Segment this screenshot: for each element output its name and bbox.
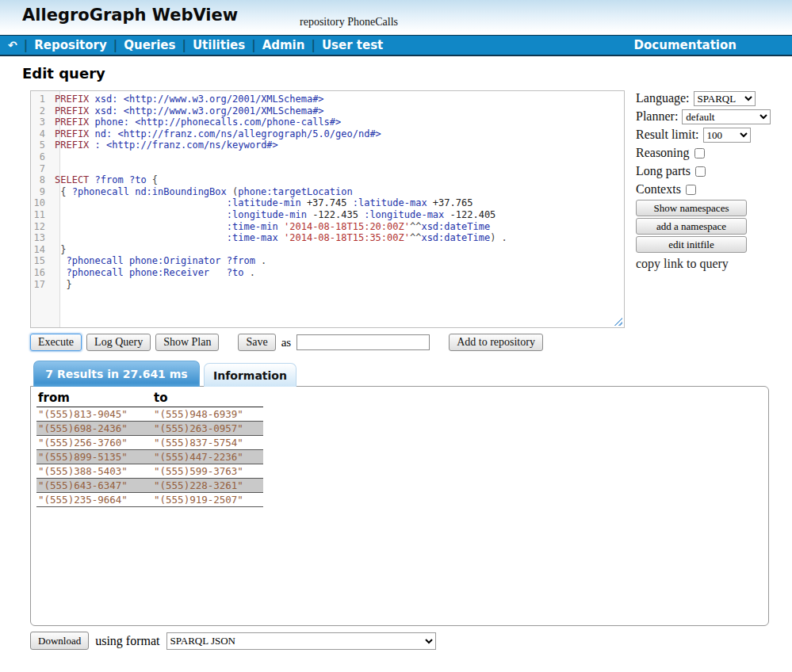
code-line: 12 :time-min '2014-08-18T15:20:00Z'^^xsd… bbox=[31, 221, 624, 233]
page-header: AllegroGraph WebView repository PhoneCal… bbox=[0, 0, 792, 35]
add-to-repository-button[interactable]: Add to repository bbox=[449, 334, 543, 351]
code-line: 15 ?phonecall phone:Originator ?from . bbox=[31, 255, 624, 267]
line-number: 16 bbox=[31, 267, 55, 279]
line-number: 12 bbox=[31, 221, 55, 233]
table-row: "(555)643-6347""(555)228-3261" bbox=[36, 479, 263, 493]
nav-separator: | bbox=[251, 38, 255, 52]
app-title: AllegroGraph WebView bbox=[22, 6, 238, 25]
reasoning-label: Reasoning bbox=[636, 146, 690, 160]
nav-separator: | bbox=[113, 38, 117, 52]
line-number: 17 bbox=[31, 279, 55, 291]
cell-from: "(555)643-6347" bbox=[36, 479, 152, 493]
tab-information[interactable]: Information bbox=[204, 363, 297, 387]
log-query-button[interactable]: Log Query bbox=[86, 334, 151, 351]
cell-to: "(555)948-6939" bbox=[152, 407, 263, 422]
cell-to: "(555)447-2236" bbox=[152, 450, 263, 464]
main-navbar: ↶ | Repository | Queries | Utilities | A… bbox=[0, 35, 792, 56]
code-line: 4PREFIX nd: <http://franz.com/ns/allegro… bbox=[31, 128, 624, 140]
show-plan-button[interactable]: Show Plan bbox=[155, 334, 219, 351]
line-number: 7 bbox=[31, 163, 55, 175]
format-label: using format bbox=[95, 634, 159, 648]
copy-link-to-query[interactable]: copy link to query bbox=[636, 257, 771, 271]
table-row: "(555)698-2436""(555)263-0957" bbox=[36, 422, 263, 436]
nav-separator: | bbox=[182, 38, 186, 52]
cell-from: "(555)698-2436" bbox=[36, 422, 152, 436]
repository-label: repository PhoneCalls bbox=[300, 16, 398, 29]
save-as-label: as bbox=[281, 336, 292, 349]
nav-item-user-test[interactable]: User test bbox=[322, 38, 383, 52]
code-line: 13 :time-max '2014-08-18T15:35:00Z'^^xsd… bbox=[31, 232, 624, 244]
nav-item-documentation[interactable]: Documentation bbox=[634, 38, 737, 52]
edit-initfile-button[interactable]: edit initfile bbox=[636, 236, 747, 253]
table-row: "(555)813-9045""(555)948-6939" bbox=[36, 407, 263, 422]
code-line: 6 bbox=[31, 151, 624, 163]
line-number: 5 bbox=[31, 139, 55, 151]
column-header-to: to bbox=[152, 390, 263, 407]
nav-separator: | bbox=[311, 38, 315, 52]
nav-item-admin[interactable]: Admin bbox=[262, 38, 305, 52]
planner-select[interactable]: default bbox=[682, 109, 771, 124]
code-line: 10 :latitude-min +37.745 :latitude-max +… bbox=[31, 197, 624, 209]
cell-to: "(555)599-3763" bbox=[152, 464, 263, 479]
save-button[interactable]: Save bbox=[238, 334, 275, 351]
result-limit-label: Result limit: bbox=[636, 128, 699, 142]
show-namespaces-button[interactable]: Show namespaces bbox=[636, 200, 747, 216]
query-options-sidebar: Language: SPARQL Planner: default Result… bbox=[636, 90, 771, 271]
table-row: "(555)388-5403""(555)599-3763" bbox=[36, 464, 263, 479]
cell-from: "(555)899-5135" bbox=[36, 450, 152, 464]
format-select[interactable]: SPARQL JSON bbox=[166, 632, 436, 650]
line-number: 10 bbox=[31, 197, 55, 209]
code-line: 1PREFIX xsd: <http://www.w3.org/2001/XML… bbox=[31, 94, 624, 105]
cell-to: "(555)919-2507" bbox=[152, 493, 263, 507]
code-line: 7 bbox=[31, 163, 624, 175]
code-line: 11 :longitude-min -122.435 :longitude-ma… bbox=[31, 209, 624, 221]
code-line: 5PREFIX : <http://franz.com/ns/keyword#> bbox=[31, 139, 624, 151]
line-number: 11 bbox=[31, 209, 55, 221]
long-parts-checkbox[interactable] bbox=[695, 166, 706, 177]
language-select[interactable]: SPARQL bbox=[694, 91, 756, 106]
line-number: 9 bbox=[31, 186, 55, 198]
line-number: 2 bbox=[31, 105, 55, 117]
tab-results[interactable]: 7 Results in 27.641 ms bbox=[33, 361, 200, 387]
result-limit-select[interactable]: 100 bbox=[703, 128, 751, 143]
contexts-label: Contexts bbox=[636, 182, 681, 197]
cell-from: "(555)256-3760" bbox=[36, 436, 152, 450]
nav-item-repository[interactable]: Repository bbox=[34, 38, 107, 52]
query-editor[interactable]: 1PREFIX xsd: <http://www.w3.org/2001/XML… bbox=[30, 90, 625, 328]
results-tabs: 7 Results in 27.641 ms Information bbox=[33, 361, 297, 387]
line-number: 6 bbox=[31, 151, 55, 163]
page-title: Edit query bbox=[22, 65, 105, 82]
cell-to: "(555)228-3261" bbox=[152, 479, 263, 493]
cell-from: "(555)388-5403" bbox=[36, 464, 152, 479]
table-row: "(555)256-3760""(555)837-5754" bbox=[36, 436, 263, 450]
action-bar: Execute Log Query Show Plan Save as Add … bbox=[30, 334, 543, 351]
code-line: 8SELECT ?from ?to { bbox=[31, 174, 624, 186]
back-arrow-icon[interactable]: ↶ bbox=[8, 39, 17, 52]
results-table: from to "(555)813-9045""(555)948-6939""(… bbox=[36, 390, 263, 507]
cell-to: "(555)263-0957" bbox=[152, 422, 263, 436]
nav-item-utilities[interactable]: Utilities bbox=[193, 38, 245, 52]
code-lines: 1PREFIX xsd: <http://www.w3.org/2001/XML… bbox=[31, 94, 624, 290]
cell-from: "(555)813-9045" bbox=[36, 407, 152, 422]
column-header-from: from bbox=[36, 390, 152, 407]
line-number: 15 bbox=[31, 255, 55, 267]
execute-button[interactable]: Execute bbox=[30, 334, 82, 351]
code-line: 14 } bbox=[31, 244, 624, 256]
editor-resize-handle[interactable] bbox=[614, 317, 622, 326]
code-line: 3PREFIX phone: <http://phonecalls.com/ph… bbox=[31, 116, 624, 128]
reasoning-checkbox[interactable] bbox=[694, 148, 705, 158]
add-namespace-button[interactable]: add a namespace bbox=[636, 218, 747, 235]
line-number: 13 bbox=[31, 232, 55, 244]
table-row: "(555)899-5135""(555)447-2236" bbox=[36, 450, 263, 464]
download-button[interactable]: Download bbox=[30, 632, 89, 650]
contexts-checkbox[interactable] bbox=[686, 185, 696, 195]
results-tbody: "(555)813-9045""(555)948-6939""(555)698-… bbox=[36, 407, 263, 507]
line-number: 4 bbox=[31, 128, 55, 140]
planner-label: Planner: bbox=[636, 109, 678, 124]
download-bar: Download using format SPARQL JSON bbox=[30, 632, 436, 650]
nav-item-queries[interactable]: Queries bbox=[124, 38, 175, 52]
save-name-input[interactable] bbox=[297, 334, 430, 350]
cell-from: "(555)235-9664" bbox=[36, 493, 152, 507]
nav-separator: | bbox=[24, 38, 28, 52]
results-panel: from to "(555)813-9045""(555)948-6939""(… bbox=[30, 386, 769, 626]
